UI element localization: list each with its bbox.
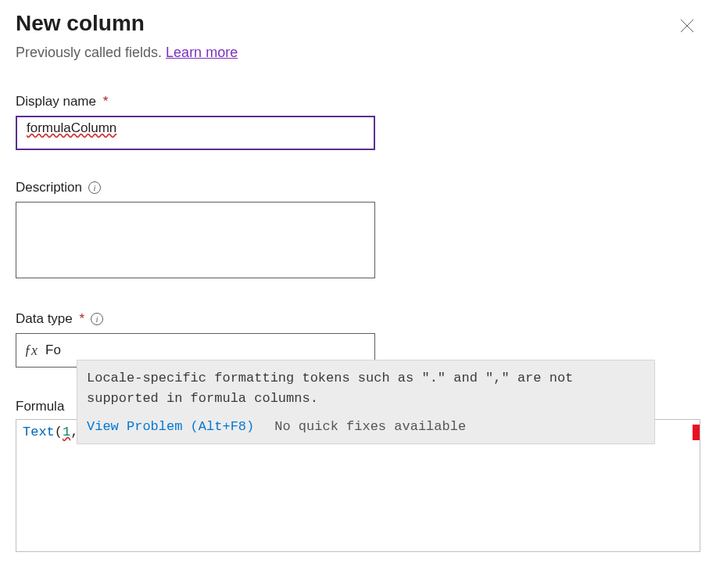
no-fixes-text: No quick fixes available bbox=[274, 419, 466, 434]
tooltip-actions: View Problem (Alt+F8) No quick fixes ava… bbox=[87, 419, 645, 434]
panel-subtitle: Previously called fields. Learn more bbox=[16, 45, 700, 61]
display-name-label-text: Display name bbox=[16, 94, 96, 109]
new-column-panel: New column Previously called fields. Lea… bbox=[0, 0, 716, 568]
info-icon[interactable]: i bbox=[88, 181, 101, 194]
data-type-value: Fo bbox=[45, 342, 61, 358]
display-name-field: Display name * formulaColumn bbox=[16, 94, 700, 150]
header-row: New column bbox=[16, 11, 700, 40]
data-type-label-row: Data type * i bbox=[16, 311, 700, 327]
view-problem-link[interactable]: View Problem (Alt+F8) bbox=[87, 419, 254, 434]
required-marker: * bbox=[103, 94, 109, 109]
info-icon[interactable]: i bbox=[91, 313, 103, 325]
display-name-input[interactable]: formulaColumn bbox=[16, 116, 375, 150]
close-button[interactable] bbox=[675, 14, 699, 40]
required-marker: * bbox=[80, 311, 85, 326]
formula-token-arg1: 1 bbox=[63, 425, 70, 439]
tooltip-message: Locale-specific formatting tokens such a… bbox=[87, 368, 645, 408]
subtitle-text: Previously called fields. bbox=[16, 45, 166, 60]
learn-more-link[interactable]: Learn more bbox=[166, 45, 238, 60]
formula-token-function: Text bbox=[23, 425, 55, 439]
description-field: Description i bbox=[16, 180, 700, 281]
description-label-row: Description i bbox=[16, 180, 700, 195]
description-label: Description bbox=[16, 180, 82, 195]
description-input[interactable] bbox=[16, 202, 375, 278]
panel-title: New column bbox=[16, 11, 145, 36]
fx-icon: ƒx bbox=[24, 342, 38, 359]
display-name-label: Display name * bbox=[16, 94, 108, 109]
data-type-label: Data type * bbox=[16, 311, 84, 327]
display-name-label-row: Display name * bbox=[16, 94, 700, 109]
error-tooltip: Locale-specific formatting tokens such a… bbox=[77, 360, 655, 444]
display-name-value: formulaColumn bbox=[27, 120, 116, 135]
minimap-error-marker[interactable] bbox=[693, 425, 700, 440]
formula-token-open: ( bbox=[55, 425, 63, 439]
close-icon bbox=[680, 19, 694, 33]
data-type-label-text: Data type bbox=[16, 311, 73, 326]
